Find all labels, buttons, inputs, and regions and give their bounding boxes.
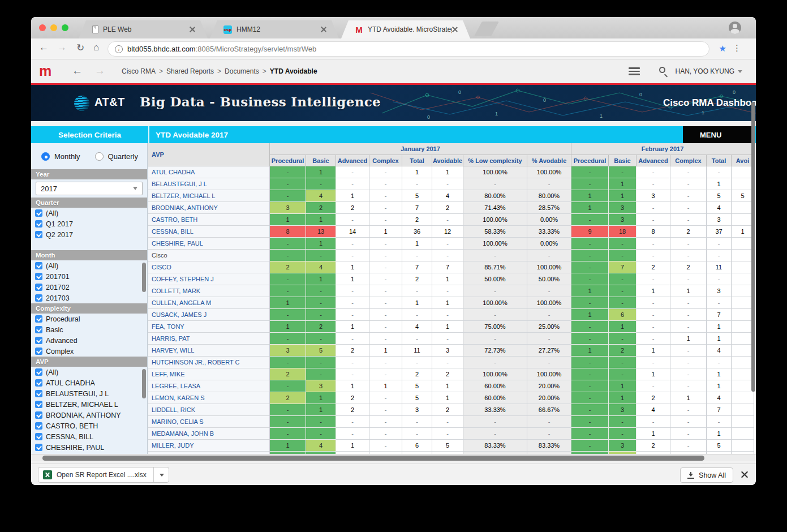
bookmark-star-icon[interactable]: ★ [719, 44, 726, 54]
grid-cell: - [306, 368, 336, 380]
filter-checkbox-row[interactable]: Advanced [31, 335, 147, 346]
filter-checkbox-row[interactable]: (All) [31, 260, 147, 271]
browser-tab[interactable]: cspHMM12 [210, 20, 339, 38]
checkbox-checked-icon[interactable] [35, 315, 42, 323]
show-all-button[interactable]: Show All [680, 467, 733, 483]
grid-cell: - [670, 368, 707, 380]
filter-checkbox-row[interactable]: Basic [31, 324, 147, 335]
grid-cell: - [571, 428, 609, 440]
checkbox-checked-icon[interactable] [35, 294, 42, 302]
filter-checkbox-row[interactable]: (All) [31, 208, 147, 218]
quarterly-radio[interactable] [95, 152, 104, 161]
vertical-scrollbar[interactable] [751, 85, 755, 461]
filter-checkbox-row[interactable]: BELAUSTEGUI, J L [31, 388, 147, 399]
empty-value: - [589, 181, 591, 187]
mstr-forward-button[interactable]: → [94, 65, 105, 77]
checkbox-checked-icon[interactable] [35, 220, 42, 228]
column-header: % Avodable [527, 155, 571, 166]
search-icon[interactable] [659, 67, 665, 73]
breadcrumb-item[interactable]: YTD Avoidable [270, 67, 317, 75]
hamburger-menu-icon[interactable] [629, 67, 640, 75]
reload-button[interactable]: ↻ [76, 42, 84, 54]
list-scrollbar-thumb[interactable] [142, 369, 146, 398]
checkbox-checked-icon[interactable] [35, 411, 42, 419]
grid-cell: 1 [670, 285, 707, 297]
browser-profile-icon[interactable] [729, 22, 741, 34]
checkbox-checked-icon[interactable] [35, 209, 42, 217]
browser-tab[interactable]: MYTD Avoidable. MicroStrategy [341, 20, 470, 38]
filter-checkbox-row[interactable]: CHESHIRE, PAUL [31, 442, 147, 453]
year-dropdown[interactable]: 2017 [36, 182, 143, 195]
filter-checkbox-row[interactable]: Q1 2017 [31, 218, 147, 229]
tab-close-icon[interactable] [190, 27, 195, 32]
empty-value: - [494, 181, 496, 187]
filter-checkbox-row[interactable]: Procedural [31, 314, 147, 324]
minimize-window-button[interactable] [50, 24, 57, 31]
browser-menu-icon[interactable]: ⋮ [733, 43, 741, 53]
address-bar[interactable]: i bltd055.bhdc.att.com:8085/MicroStrateg… [107, 41, 709, 57]
menu-button[interactable]: MENU [683, 126, 752, 143]
grid-cell: - [270, 250, 306, 261]
checkbox-checked-icon[interactable] [35, 444, 42, 451]
list-scrollbar-thumb[interactable] [142, 263, 146, 292]
checkbox-checked-icon[interactable] [35, 379, 42, 387]
breadcrumb-item[interactable]: Documents [225, 67, 259, 75]
empty-value: - [589, 335, 591, 342]
filter-checkbox-row[interactable]: BELTZER, MICHAEL L [31, 399, 147, 410]
maximize-window-button[interactable] [62, 24, 68, 31]
grid-cell: - [571, 321, 609, 333]
filter-checkbox-row[interactable]: Complex [31, 346, 147, 357]
filter-checkbox-row[interactable]: BRODNIAK, ANTHONY [31, 410, 147, 421]
empty-value: - [589, 371, 591, 377]
breadcrumb-item[interactable]: Cisco RMA [122, 67, 156, 75]
checkbox-checked-icon[interactable] [35, 347, 42, 355]
checkbox-checked-icon[interactable] [35, 433, 42, 440]
checkbox-checked-icon[interactable] [35, 284, 42, 291]
filter-checkbox-row[interactable]: CESSNA, BILL [31, 431, 147, 442]
vertical-scrollbar-thumb[interactable] [751, 102, 755, 392]
grid-cell: 4 [306, 440, 336, 452]
downloaded-file-button[interactable]: Open SR Report Excel ....xlsx [38, 467, 169, 483]
filter-checkbox-row[interactable]: (All) [31, 367, 147, 377]
checkbox-checked-icon[interactable] [35, 337, 42, 344]
empty-value: - [589, 216, 591, 223]
close-download-bar-icon[interactable] [741, 470, 748, 478]
close-window-button[interactable] [39, 24, 46, 31]
filter-checkbox-row[interactable]: 201701 [31, 271, 147, 282]
breadcrumb-item[interactable]: Shared Reports [166, 67, 214, 75]
back-button[interactable]: ← [39, 42, 49, 53]
home-button[interactable]: ⌂ [93, 42, 99, 53]
filter-checkbox-row[interactable]: 201702 [31, 282, 147, 293]
forward-button[interactable]: → [57, 42, 67, 53]
checkbox-checked-icon[interactable] [35, 273, 42, 280]
browser-tab[interactable]: PLE Web [79, 20, 208, 38]
checkbox-checked-icon[interactable] [35, 422, 42, 430]
checkbox-checked-icon[interactable] [35, 401, 42, 408]
table-row: MARINO, CELIA S------------- [148, 416, 755, 428]
tab-close-icon[interactable] [321, 27, 326, 32]
filter-checkbox-row[interactable]: 201703 [31, 293, 147, 303]
checkbox-checked-icon[interactable] [35, 231, 42, 238]
monthly-radio[interactable] [41, 152, 50, 161]
horizontal-scrollbar-thumb[interactable] [42, 456, 704, 461]
mstr-back-button[interactable]: ← [72, 65, 83, 77]
user-menu[interactable]: HAN, YOO KYUNG [676, 67, 742, 75]
checkbox-checked-icon[interactable] [35, 390, 42, 397]
filter-checkbox-row[interactable]: CASTRO, BETH [31, 421, 147, 431]
filter-checkbox-row[interactable]: Q2 2017 [31, 229, 147, 240]
tab-close-icon[interactable] [452, 27, 458, 32]
checkbox-checked-icon[interactable] [35, 368, 42, 376]
grid-cell: - [609, 428, 637, 440]
chevron-down-icon[interactable] [160, 474, 164, 477]
new-tab-button[interactable] [474, 22, 499, 36]
checkbox-checked-icon[interactable] [35, 262, 42, 269]
microstrategy-logo-icon[interactable]: m [39, 63, 50, 79]
table-row: BRODNIAK, ANTHONY322-7271.43%28.57%13--4 [148, 202, 755, 214]
empty-value: - [652, 252, 655, 259]
filter-checkbox-row[interactable]: ATUL CHADHA [31, 377, 147, 388]
horizontal-scrollbar[interactable] [31, 454, 756, 461]
site-info-icon[interactable]: i [115, 45, 123, 53]
checkbox-checked-icon[interactable] [35, 326, 42, 333]
empty-value: - [687, 371, 690, 377]
grid-cell: 1 [609, 178, 637, 190]
